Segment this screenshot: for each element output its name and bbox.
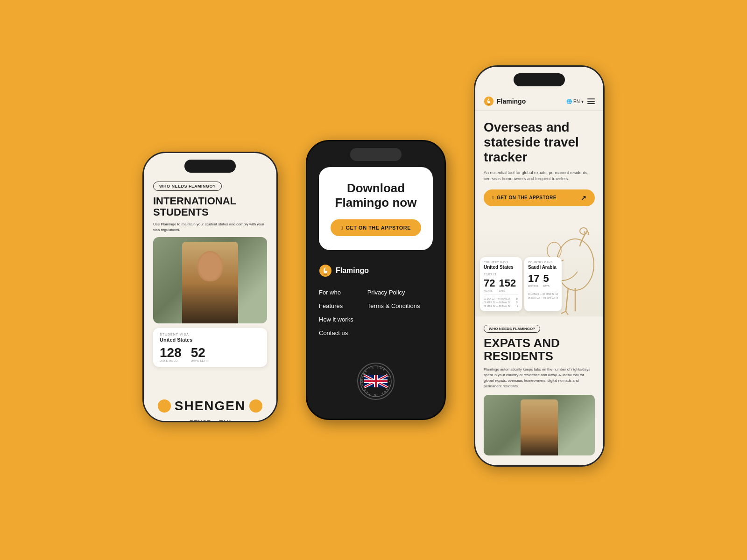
stat1-number: 128 <box>160 346 182 359</box>
tracker-rows-2: 01 JAN 22 — 07 MAR 2212 06 MAR 22 — 08 M… <box>528 293 558 299</box>
visa-card: STUDENT VISA United States 128 DAYS USED… <box>153 328 267 367</box>
phone-3: Flamingo 🌐 EN ▾ Oversea <box>474 65 605 467</box>
nav-features[interactable]: Features <box>319 302 353 309</box>
header-right: 🌐 EN ▾ <box>566 98 595 104</box>
bottom-ticker-text2: TAX <box>219 419 231 423</box>
visa-label: STUDENT VISA <box>160 333 261 336</box>
download-card: Download Flamingo now  GET ON THE APPST… <box>319 167 433 250</box>
section2-desc: Flamingo automatically keeps tabs on the… <box>484 367 595 389</box>
svg-point-14 <box>487 104 490 105</box>
divider-1 <box>484 294 518 295</box>
svg-line-17 <box>566 288 568 311</box>
bottom-ticker-text: RENCE <box>190 419 211 423</box>
section2-title: EXPATS ANDRESIDENTS <box>484 336 595 363</box>
btn-left:  GET ON THE APPSTORE <box>492 195 557 200</box>
person-silhouette <box>182 242 238 323</box>
lang-selector[interactable]: 🌐 EN ▾ <box>566 99 584 104</box>
download-title: Download Flamingo now <box>331 181 421 210</box>
stat2-label: DAYS LEFT <box>191 359 208 362</box>
section2-badge: WHO NEEDS FLAMINGO? <box>484 325 540 333</box>
card1-dates: 19.03.21 <box>484 273 518 276</box>
phone-3-subtext: An essential tool for global expats, per… <box>484 170 595 182</box>
flamingo-logo-dark: Flamingo <box>319 264 369 277</box>
phone-1-badge: WHO NEEDS FLAMINGO? <box>153 182 222 191</box>
nav-links: For who Features How it works Contact us… <box>319 289 433 336</box>
phone-1: WHO NEEDS FLAMINGO? INTERNATIONALSTUDENT… <box>142 152 278 422</box>
svg-line-20 <box>566 311 568 315</box>
apple-icon-yellow:  <box>492 195 494 200</box>
menu-bar-1 <box>587 98 595 99</box>
apple-icon:  <box>341 225 343 231</box>
nav-privacy-policy[interactable]: Privacy Policy <box>367 289 420 296</box>
divider-2 <box>528 290 558 290</box>
flamingo-name-light: Flamingo <box>497 98 526 105</box>
nav-contact-us[interactable]: Contact us <box>319 329 353 336</box>
card1-num1: 72 <box>484 277 495 289</box>
nav-terms[interactable]: Terms & Conditions <box>367 302 420 309</box>
appstore-btn-label: GET ON THE APPSTORE <box>345 225 411 231</box>
phone-2: Download Flamingo now  GET ON THE APPST… <box>306 140 446 420</box>
card1-num2: 152 <box>499 277 516 289</box>
flamingo-logo-light-icon <box>484 96 494 106</box>
made-in-uk-badge: MADE IN THE UK • MADE IN THE UK • <box>357 363 395 400</box>
card2-label: COUNTRY DAYS <box>528 261 558 264</box>
orange-dot-1 <box>158 399 171 413</box>
hamburger-menu[interactable] <box>587 98 595 104</box>
nav-col-main: For who Features How it works Contact us <box>319 289 353 336</box>
phone-1-title: INTERNATIONALSTUDENTS <box>153 196 267 218</box>
nav-col-legal: Privacy Policy Terms & Conditions <box>367 289 420 336</box>
card2-num1: 17 <box>528 273 539 285</box>
phone-3-main: Overseas and stateside travel tracker An… <box>475 111 603 223</box>
phone-1-notch <box>184 160 236 173</box>
row3: 02 MAR 22 — 08 MAY 229 <box>484 305 518 308</box>
appstore-btn-yellow-label: GET ON THE APPSTORE <box>497 195 557 200</box>
phone-3-heading: Overseas and stateside travel tracker <box>484 120 595 165</box>
row5: 06 MAR 22 — 08 MAY 228 <box>528 296 558 299</box>
tracker-cards: COUNTRY DAYS United States 19.03.21 72 N… <box>480 257 562 311</box>
orange-dot-2 <box>249 399 262 413</box>
card2-num2-label: DAYS <box>543 285 549 287</box>
menu-bar-3 <box>587 103 595 104</box>
tracker-card-2: COUNTRY DAYS Saudi Arabia 17 MONTHS 5 DA… <box>524 257 562 311</box>
section2-photo <box>484 395 595 455</box>
chevron-down-icon: ▾ <box>581 99 584 104</box>
flamingo-name-dark: Flamingo <box>336 266 369 275</box>
row1: 01 JAN 22 — 07 MAR 2238 <box>484 297 518 300</box>
stat2-number: 52 <box>191 346 208 359</box>
svg-rect-11 <box>364 380 388 382</box>
shengen-text: SHENGEN <box>175 399 246 413</box>
tracker-numbers-2: 17 MONTHS 5 DAYS <box>528 273 558 287</box>
nav-for-who[interactable]: For who <box>319 289 353 296</box>
svg-line-19 <box>561 311 566 314</box>
phone-2-notch <box>350 148 402 161</box>
arrow-icon: ↗ <box>581 194 587 202</box>
phone-3-header: Flamingo 🌐 EN ▾ <box>475 92 603 111</box>
card2-num2: 5 <box>543 273 549 285</box>
svg-point-1 <box>324 273 327 275</box>
row4: 01 JAN 22 — 07 MAR 2212 <box>528 293 558 295</box>
uk-seal: MADE IN THE UK • MADE IN THE UK • <box>359 365 392 398</box>
phone-1-desc: Use Flamingo to maintain your student st… <box>153 222 267 232</box>
visa-country: United States <box>160 337 261 343</box>
lang-text: EN <box>573 99 580 104</box>
flamingo-logo-light: Flamingo <box>484 96 526 106</box>
main-scene: WHO NEEDS FLAMINGO? INTERNATIONALSTUDENT… <box>0 0 747 560</box>
card2-num1-label: MONTHS <box>528 285 539 287</box>
flamingo-logo-icon <box>319 264 332 277</box>
tracker-rows-1: 01 JAN 22 — 07 MAR 2238 06 MAR 22 — 08 M… <box>484 297 518 308</box>
nav-how-it-works[interactable]: How it works <box>319 316 353 323</box>
card1-label: COUNTRY DAYS <box>484 261 518 264</box>
tracker-card-1: COUNTRY DAYS United States 19.03.21 72 N… <box>480 257 522 311</box>
appstore-button-yellow[interactable]:  GET ON THE APPSTORE ↗ <box>484 189 595 206</box>
phone-3-illustration: COUNTRY DAYS United States 19.03.21 72 N… <box>475 223 603 316</box>
card1-country: United States <box>484 265 518 270</box>
row2: 06 MAR 22 — 08 MAY 2224 <box>484 301 518 304</box>
bottom-ticker-2: RENCE TAX <box>144 415 276 422</box>
card1-num1-label: NIGHTS <box>484 289 495 292</box>
section2-person-silhouette <box>521 399 558 455</box>
card2-country: Saudi Arabia <box>528 265 558 270</box>
appstore-button-dark[interactable]:  GET ON THE APPSTORE <box>331 219 421 236</box>
menu-bar-2 <box>587 101 595 102</box>
card1-num2-label: DAYS <box>499 289 516 292</box>
tracker-numbers-1: 72 NIGHTS 152 DAYS <box>484 277 518 292</box>
